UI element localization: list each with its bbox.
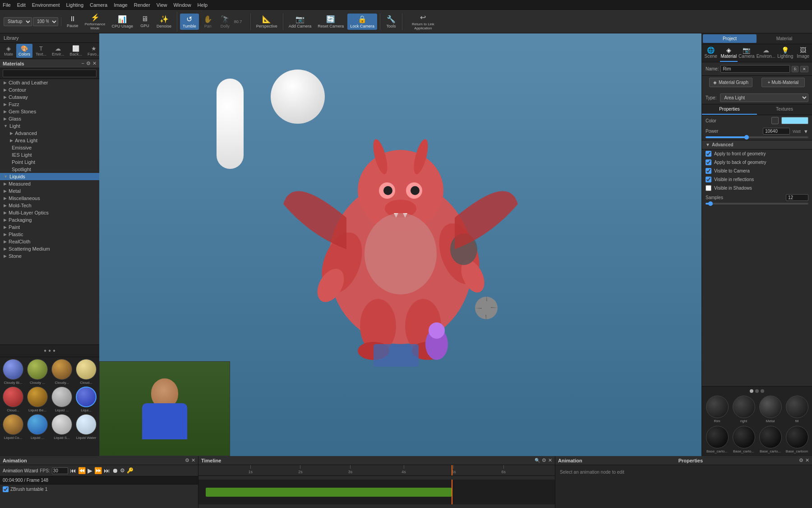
apply-back-checkbox[interactable] bbox=[706, 159, 711, 165]
timeline-search-icon[interactable]: 🔍 bbox=[535, 458, 540, 463]
thumb-base-carto-2[interactable]: Base_carto... bbox=[731, 426, 756, 453]
startup-dropdown[interactable]: Startup bbox=[4, 17, 32, 26]
viewport[interactable] bbox=[99, 33, 701, 456]
tree-stone[interactable]: ▶ Stone bbox=[0, 252, 99, 260]
anim-close-icon[interactable]: ✕ bbox=[191, 457, 195, 463]
samples-slider[interactable] bbox=[706, 203, 808, 205]
materials-collapse-icon[interactable]: − bbox=[82, 61, 84, 66]
anim-step-fwd-button[interactable]: ⏩ bbox=[94, 467, 102, 474]
tree-emissive[interactable]: Emissive bbox=[0, 144, 99, 151]
apply-front-checkbox[interactable] bbox=[706, 151, 711, 157]
tree-spotlight[interactable]: Spotlight bbox=[0, 166, 99, 173]
swatch-cloud-tan[interactable]: Cloud... bbox=[75, 359, 97, 385]
timeline-playhead[interactable] bbox=[452, 465, 452, 475]
environ-icon-tab[interactable]: ☁ Environ... bbox=[756, 44, 776, 62]
tree-light-advanced[interactable]: ▶ Advanced bbox=[0, 130, 99, 137]
return-link-button[interactable]: ↩ Return to Link Application bbox=[405, 12, 441, 32]
thumb-base-cartoon[interactable]: Base_cartoon bbox=[784, 426, 809, 453]
denoise-button[interactable]: ✨ Denoise bbox=[154, 14, 174, 30]
pause-button[interactable]: ⏸ Pause bbox=[64, 14, 81, 29]
swatch-cloudy-green[interactable]: Cloudy ... bbox=[26, 359, 49, 385]
swatch-cloud-red[interactable]: Cloud... bbox=[2, 387, 24, 412]
swatch-liquid-cyan[interactable]: Liquid ... bbox=[26, 414, 49, 440]
scene-tab[interactable]: 🌐 Scene bbox=[702, 44, 720, 62]
material-tab[interactable]: Material bbox=[757, 34, 811, 43]
material-name-input[interactable] bbox=[720, 65, 790, 73]
tree-paint[interactable]: ▶ Paint bbox=[0, 224, 99, 231]
swatch-liqui-blue[interactable]: Liqui... bbox=[75, 387, 97, 412]
tree-measured[interactable]: ▶ Measured bbox=[0, 180, 99, 187]
swatch-liquid-co[interactable]: Liquid Co... bbox=[2, 414, 24, 440]
tree-cloth-leather[interactable]: ▶ Cloth and Leather bbox=[0, 79, 99, 86]
tools-button[interactable]: 🔧 Tools bbox=[383, 14, 399, 30]
anim-step-back-button[interactable]: ⏪ bbox=[78, 467, 86, 474]
material-graph-button[interactable]: ◈ Material Graph bbox=[709, 78, 752, 87]
tree-glass[interactable]: ▶ Glass bbox=[0, 115, 99, 122]
gpu-button[interactable]: 🖥 GPU bbox=[137, 14, 153, 29]
lib-tab-text[interactable]: T Text... bbox=[33, 44, 49, 58]
lib-tab-envir[interactable]: ☁ Envir... bbox=[50, 44, 67, 58]
add-camera-button[interactable]: 📷 Add Camera bbox=[286, 14, 314, 30]
menu-edit[interactable]: Edit bbox=[17, 2, 26, 8]
tree-plastic[interactable]: ▶ Plastic bbox=[0, 231, 99, 238]
anim-next-button[interactable]: ⏭ bbox=[104, 467, 110, 474]
swatch-liquid-s[interactable]: Liquid S... bbox=[51, 414, 73, 440]
tree-ies-light[interactable]: IES Light bbox=[0, 151, 99, 158]
anim-keyframe-btn[interactable]: 🔑 bbox=[127, 467, 134, 474]
lib-tab-mate[interactable]: ◈ Mate bbox=[2, 44, 15, 58]
anim-wizard-button[interactable]: Animation Wizard bbox=[3, 468, 38, 473]
timeline-settings-icon[interactable]: ⚙ bbox=[542, 457, 546, 463]
reset-camera-button[interactable]: 🔄 Reset Camera bbox=[315, 14, 346, 30]
dolly-button[interactable]: 🔭 Dolly bbox=[217, 14, 233, 30]
power-input[interactable] bbox=[763, 128, 790, 135]
anim-record-button[interactable]: ⏺ bbox=[112, 467, 118, 474]
anim-settings-icon[interactable]: ⚙ bbox=[185, 457, 189, 463]
materials-close-icon[interactable]: ✕ bbox=[92, 61, 97, 66]
menu-render[interactable]: Render bbox=[134, 2, 150, 8]
cpu-usage-button[interactable]: 📊 CPU Usage bbox=[109, 14, 136, 30]
zoom-dropdown[interactable]: 100 % bbox=[33, 17, 58, 26]
tree-contour[interactable]: ▶ Contour bbox=[0, 86, 99, 93]
menu-view[interactable]: View bbox=[157, 2, 167, 8]
menu-image[interactable]: Image bbox=[114, 2, 128, 8]
fps-input[interactable] bbox=[52, 467, 68, 474]
tree-realcloth[interactable]: ▶ RealCloth bbox=[0, 238, 99, 245]
visible-reflections-checkbox[interactable] bbox=[706, 177, 711, 182]
textures-tab[interactable]: Textures bbox=[757, 104, 812, 115]
thumb-base-carto-3[interactable]: Base_carto... bbox=[758, 426, 783, 453]
anim-play-button[interactable]: ▶ bbox=[88, 467, 92, 474]
right-anim-close-icon[interactable]: ✕ bbox=[805, 457, 809, 463]
color-preview-dark[interactable] bbox=[771, 117, 779, 124]
material-icon-tab[interactable]: ◈ Material bbox=[720, 44, 738, 62]
tree-area-light[interactable]: ▶ Area Light bbox=[0, 137, 99, 144]
materials-search-input[interactable] bbox=[3, 70, 97, 77]
color-swatch-cyan[interactable] bbox=[781, 117, 808, 124]
properties-tab[interactable]: Properties bbox=[702, 104, 757, 115]
tree-gem-stones[interactable]: ▶ Gem Stones bbox=[0, 108, 99, 115]
multi-material-button[interactable]: + Multi-Material bbox=[761, 78, 805, 87]
tree-light[interactable]: ▼ Light bbox=[0, 122, 99, 130]
tree-multi-layer[interactable]: ▶ Multi-Layer Optics bbox=[0, 209, 99, 216]
thumb-metal[interactable]: Metal bbox=[758, 396, 783, 423]
visible-shadows-checkbox[interactable] bbox=[706, 185, 711, 191]
lock-camera-button[interactable]: 🔒 Lock Camera bbox=[347, 14, 377, 30]
tumble-button[interactable]: ↺ Tumble bbox=[180, 14, 199, 30]
tree-liquids[interactable]: ▼ Liquids bbox=[0, 173, 99, 180]
tree-fuzz[interactable]: ▶ Fuzz bbox=[0, 101, 99, 108]
thumb-fill[interactable]: fill bbox=[784, 396, 809, 423]
tree-metal[interactable]: ▶ Metal bbox=[0, 187, 99, 195]
materials-settings-icon[interactable]: ⚙ bbox=[86, 61, 91, 66]
tree-packaging[interactable]: ▶ Packaging bbox=[0, 216, 99, 224]
camera-icon-tab[interactable]: 📷 Camera bbox=[738, 44, 756, 62]
menu-file[interactable]: File bbox=[3, 2, 11, 8]
menu-help[interactable]: Help bbox=[198, 2, 208, 8]
menu-window[interactable]: Window bbox=[173, 2, 191, 8]
performance-mode-button[interactable]: ⚡ Performance Mode bbox=[82, 12, 108, 32]
anim-settings-btn[interactable]: ⚙ bbox=[120, 467, 125, 474]
thumb-right[interactable]: right bbox=[731, 396, 756, 423]
menu-environment[interactable]: Environment bbox=[32, 2, 60, 8]
lighting-icon-tab[interactable]: 💡 Lighting bbox=[776, 44, 794, 62]
name-copy-button[interactable]: ⎘ bbox=[792, 66, 798, 72]
tree-scattering[interactable]: ▶ Scattering Medium bbox=[0, 245, 99, 252]
perspective-button[interactable]: 📐 Perspective bbox=[254, 14, 280, 30]
